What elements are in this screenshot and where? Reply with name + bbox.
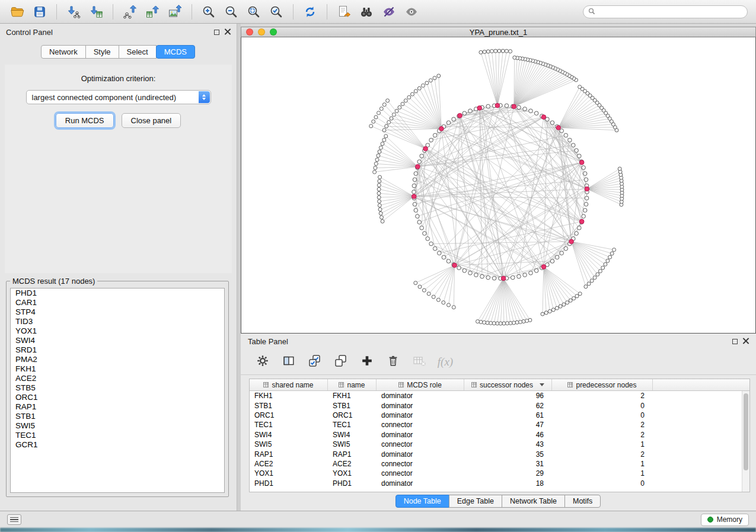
mcds-result-item[interactable]: SRD1 [11,345,224,355]
open-session-button[interactable] [6,2,28,21]
cell-shared-name: ACE2 [250,460,328,468]
cell-predecessor-nodes: 0 [552,402,653,410]
cell-predecessor-nodes: 1 [552,440,653,448]
table-row[interactable]: PHD1PHD1dominator180 [250,479,749,488]
control-panel-title: Control Panel [6,28,53,37]
mcds-result-item[interactable]: STP4 [11,307,224,317]
close-table-panel-button[interactable] [742,337,749,346]
show-all-button[interactable] [400,2,423,21]
table-row[interactable]: ORC1ORC1dominator610 [250,411,749,420]
delete-column-button[interactable] [384,353,402,371]
cell-successor-nodes: 43 [464,440,552,448]
close-panel-button-2[interactable]: Close panel [122,113,181,128]
zoom-selected-button[interactable] [265,2,288,21]
tab-select[interactable]: Select [119,45,157,59]
table-row[interactable]: SWI4SWI4dominator462 [250,430,749,440]
zoom-out-button[interactable] [220,2,243,21]
column-header-MCDS-role[interactable]: MCDS role [377,379,464,390]
import-table-button[interactable] [85,2,107,21]
mcds-result-item[interactable]: YOX1 [11,326,224,336]
table-row[interactable]: STB1STB1dominator620 [250,400,749,410]
mcds-result-item[interactable]: GCR1 [11,440,224,450]
cell-name: SWI5 [328,440,377,448]
cell-predecessor-nodes: 0 [552,411,653,419]
close-panel-button[interactable] [224,28,231,37]
mcds-result-item[interactable]: PMA2 [11,355,224,364]
hide-selected-button[interactable] [378,2,400,21]
tab-edge-table[interactable]: Edge Table [449,495,502,508]
columns-icon [282,354,295,369]
mcds-result-item[interactable]: STB5 [11,383,224,393]
table-row[interactable]: RAP1RAP1dominator352 [250,449,749,459]
criterion-select[interactable]: largest connected component (undirected) [26,90,211,104]
tab-mcds[interactable]: MCDS [156,45,195,59]
column-header-name[interactable]: name [328,379,377,390]
select-all-button[interactable] [306,353,324,371]
find-button[interactable] [355,2,378,21]
share-document-button[interactable] [333,2,355,21]
column-type-icon [471,382,477,387]
search-input[interactable] [598,8,742,16]
mcds-result-item[interactable]: FKH1 [11,364,224,374]
cell-name: SWI4 [328,431,377,439]
search-box[interactable] [583,5,748,18]
tab-style[interactable]: Style [85,45,119,59]
show-columns-button[interactable] [280,353,298,371]
mcds-result-item[interactable]: ORC1 [11,393,224,402]
cell-name: TEC1 [328,421,377,429]
table-row[interactable]: ACE2ACE2connector311 [250,459,749,469]
cell-shared-name: SWI5 [250,440,328,448]
column-header-successor-nodes[interactable]: successor nodes [464,379,552,390]
mcds-result-item[interactable]: CAR1 [11,298,224,307]
float-table-panel-button[interactable] [732,337,738,346]
gear-icon [256,354,269,369]
export-image-button[interactable] [164,2,186,21]
desktop-wallpaper-strip [0,528,756,532]
zoom-fit-icon [247,5,261,19]
refresh-view-button[interactable] [299,2,321,21]
float-panel-button[interactable] [214,28,219,37]
mcds-result-item[interactable]: RAP1 [11,402,224,412]
cell-predecessor-nodes: 1 [552,460,653,468]
zoom-fit-button[interactable] [243,2,265,21]
float-icon [214,30,219,35]
create-column-button[interactable] [358,353,376,371]
network-graph[interactable] [241,37,755,333]
network-canvas[interactable] [241,37,756,334]
column-header-predecessor-nodes[interactable]: predecessor nodes [552,379,653,390]
tab-network[interactable]: Network [41,45,86,59]
column-type-icon [339,382,344,387]
mcds-result-item[interactable]: SWI5 [11,421,224,431]
save-session-button[interactable] [28,2,51,21]
export-table-button[interactable] [141,2,164,21]
tab-network-table[interactable]: Network Table [502,495,565,508]
mcds-result-item[interactable]: STB1 [11,412,224,421]
scrollbar-thumb[interactable] [744,393,748,470]
cell-successor-nodes: 46 [464,431,552,439]
table-row[interactable]: FKH1FKH1dominator962 [250,391,749,400]
table-settings-button[interactable] [254,353,272,371]
tab-node-table[interactable]: Node Table [395,495,449,508]
network-titlebar: YPA_prune.txt_1 [241,27,756,37]
zoom-in-button[interactable] [197,2,220,21]
column-header-shared-name[interactable]: shared name [250,379,328,390]
mcds-result-item[interactable]: SWI4 [11,336,224,345]
deselect-all-button[interactable] [332,353,350,371]
refresh-icon [303,5,317,19]
table-row[interactable]: TEC1TEC1connector472 [250,420,749,430]
import-network-button[interactable] [62,2,85,21]
mcds-result-item[interactable]: TEC1 [11,431,224,440]
toolbar-separator [113,4,113,20]
mcds-result-item[interactable]: PHD1 [11,289,224,298]
node-table: shared namenameMCDS rolesuccessor nodesp… [249,379,750,492]
mcds-result-item[interactable]: ACE2 [11,374,224,383]
table-row[interactable]: SWI5SWI5connector431 [250,440,749,449]
memory-button[interactable]: Memory [701,514,749,526]
panel-selector-button[interactable] [7,514,21,525]
zoom-in-icon [202,5,216,19]
run-mcds-button[interactable]: Run MCDS [56,113,114,128]
tab-motifs[interactable]: Motifs [564,495,601,508]
mcds-result-item[interactable]: TID3 [11,317,224,326]
export-network-button[interactable] [119,2,141,21]
table-row[interactable]: YOX1YOX1connector291 [250,469,749,478]
